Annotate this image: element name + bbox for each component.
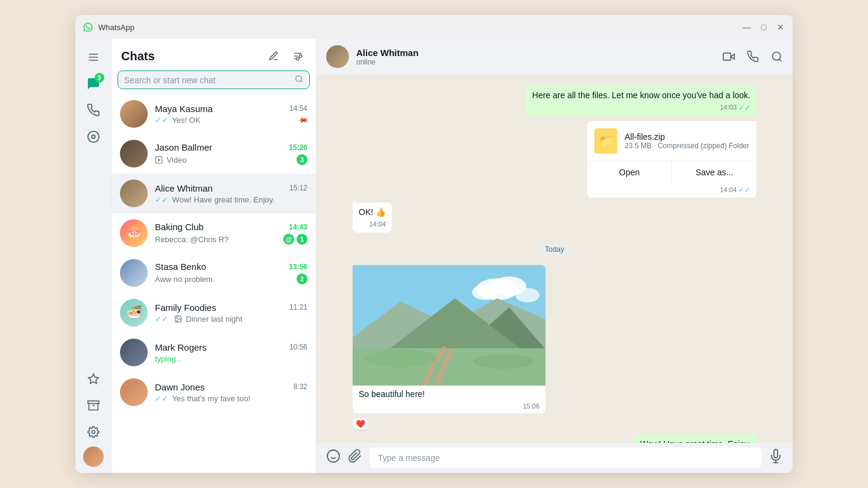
chat-item-mark[interactable]: Mark Rogers 10:56 typing... xyxy=(112,333,316,372)
avatar-stasa xyxy=(120,259,148,287)
chat-time-baking: 14:43 xyxy=(289,223,307,231)
photo-reaction[interactable]: ❤️ xyxy=(353,418,368,430)
filter-menu-button[interactable] xyxy=(289,48,306,64)
chat-info-maya: Maya Kasuma 14:54 ✓✓ Yes! OK 📌 xyxy=(155,104,307,125)
chat-preview-maya: ✓✓ Yes! OK xyxy=(155,116,298,125)
chat-item-baking[interactable]: 🎂 Baking Club 14:43 Rebecca: @Chris R? @… xyxy=(112,213,316,253)
photo-message-container: So beautiful here! 15:06 ❤️ xyxy=(353,265,546,430)
nav-settings-button[interactable] xyxy=(81,420,105,444)
avatar-jason xyxy=(120,140,148,167)
chat-time-family: 11:21 xyxy=(289,303,307,311)
chat-input-bar xyxy=(316,443,793,473)
chat-info-family: Family Foodies 11:21 ✓✓ Dinner last nigh… xyxy=(155,302,307,324)
svg-point-8 xyxy=(92,431,95,434)
video-call-button[interactable] xyxy=(723,51,735,63)
avatar-maya xyxy=(120,100,148,128)
maximize-button[interactable]: □ xyxy=(759,22,769,32)
chat-info-stasa: Stasa Benko 13:56 Aww no problem. 2 xyxy=(155,261,307,284)
file-name: All-files.zip xyxy=(624,132,749,142)
chat-name-row-baking: Baking Club 14:43 xyxy=(155,222,307,232)
app-body: 3 xyxy=(75,39,793,473)
message-input[interactable] xyxy=(370,448,761,468)
messages-area: Here are all the files. Let me know once… xyxy=(316,75,793,443)
attach-button[interactable] xyxy=(348,449,362,467)
chat-name-jason: Jason Ballmer xyxy=(155,142,212,152)
message-row-6: Wow! Have great time. Enjoy. 15:12 ✓✓ xyxy=(353,434,756,443)
nav-menu-button[interactable] xyxy=(81,45,105,69)
search-input[interactable] xyxy=(124,75,290,85)
chat-name-row-jason: Jason Ballmer 15:26 xyxy=(155,142,307,152)
nav-archive-button[interactable] xyxy=(81,393,105,418)
file-save-button[interactable]: Save as... xyxy=(672,161,756,183)
nav-rail: 3 xyxy=(75,39,112,473)
voice-call-button[interactable] xyxy=(747,51,759,63)
nav-profile-avatar[interactable] xyxy=(83,446,104,467)
app-title: WhatsApp xyxy=(98,23,737,32)
chat-name-row-alice: Alice Whitman 15:12 xyxy=(155,183,307,193)
chat-item-maya[interactable]: Maya Kasuma 14:54 ✓✓ Yes! OK 📌 xyxy=(112,94,316,134)
svg-rect-6 xyxy=(87,401,98,404)
chat-preview-jason: Video xyxy=(155,155,297,164)
chat-name-row-stasa: Stasa Benko 13:56 xyxy=(155,261,307,272)
mic-button[interactable] xyxy=(769,449,783,467)
chat-item-alice[interactable]: Alice Whitman 15:12 ✓✓ Wow! Have great t… xyxy=(112,174,316,213)
chat-preview-row-jason: Video 3 xyxy=(155,154,307,165)
file-size: 23.5 MB xyxy=(624,142,652,150)
message-row-3: OK! 👍 14:04 xyxy=(353,202,756,233)
search-bar[interactable] xyxy=(118,70,310,89)
file-actions: Open Save as... xyxy=(587,161,756,183)
emoji-button[interactable] xyxy=(326,449,341,467)
chat-item-jason[interactable]: Jason Ballmer 15:26 Video 3 xyxy=(112,134,316,174)
unread-badge-jason: 3 xyxy=(297,154,307,165)
chat-window: Alice Whitman online xyxy=(316,39,793,473)
chat-info-jason: Jason Ballmer 15:26 Video 3 xyxy=(155,142,307,165)
unread-badge-stasa: 2 xyxy=(297,274,307,284)
message-time-3: 14:04 xyxy=(369,220,386,229)
photo-bubble: So beautiful here! 15:06 xyxy=(353,265,546,413)
file-type: Compressed (zipped) Folder xyxy=(658,142,749,150)
photo-image xyxy=(353,265,546,386)
nav-starred-button[interactable] xyxy=(81,367,105,391)
chat-time-alice: 15:12 xyxy=(289,184,307,192)
svg-point-22 xyxy=(773,52,781,60)
svg-point-14 xyxy=(296,76,301,81)
pin-icon-maya: 📌 xyxy=(297,114,309,127)
search-chat-button[interactable] xyxy=(771,51,783,63)
nav-chats-button[interactable]: 3 xyxy=(81,72,105,96)
message-row-5: So beautiful here! 15:06 ❤️ xyxy=(353,265,756,430)
minimize-button[interactable]: — xyxy=(742,22,752,32)
file-ticks: ✓✓ xyxy=(738,186,750,194)
file-open-button[interactable]: Open xyxy=(587,161,672,183)
message-bubble-1: Here are all the files. Let me know once… xyxy=(526,86,756,116)
chat-header: Alice Whitman online xyxy=(316,39,793,75)
svg-marker-20 xyxy=(731,54,734,59)
avatar-alice xyxy=(120,180,148,207)
file-bubble: 📁 All-files.zip 23.5 MB · Compressed (zi… xyxy=(587,121,756,198)
window-controls: — □ ✕ xyxy=(742,22,785,32)
chat-item-family[interactable]: 🍜 Family Foodies 11:21 ✓✓ Dinner last ni… xyxy=(112,293,316,333)
chat-time-jason: 15:26 xyxy=(289,143,307,152)
new-chat-button[interactable] xyxy=(265,48,282,64)
chat-preview-row-dawn: ✓✓ Yes that's my fave too! xyxy=(155,394,307,403)
chat-time-stasa: 13:56 xyxy=(289,263,307,271)
avatar-family: 🍜 xyxy=(120,299,148,327)
chat-item-dawn[interactable]: Dawn Jones 8:32 ✓✓ Yes that's my fave to… xyxy=(112,372,316,412)
chat-info-alice: Alice Whitman 15:12 ✓✓ Wow! Have great t… xyxy=(155,183,307,204)
svg-point-4 xyxy=(92,135,95,139)
message-text-6: Wow! Have great time. Enjoy. xyxy=(640,439,750,443)
chat-header-avatar[interactable] xyxy=(326,45,349,68)
file-time: 14:04 xyxy=(720,186,737,193)
chat-preview-row-mark: typing... xyxy=(155,354,307,363)
avatar-dawn xyxy=(120,378,148,406)
chat-item-stasa[interactable]: Stasa Benko 13:56 Aww no problem. 2 xyxy=(112,253,316,293)
chat-time-maya: 14:54 xyxy=(289,104,307,113)
nav-calls-button[interactable] xyxy=(81,98,105,122)
chat-info-dawn: Dawn Jones 8:32 ✓✓ Yes that's my fave to… xyxy=(155,382,307,403)
svg-point-19 xyxy=(176,317,177,318)
nav-status-button[interactable] xyxy=(81,125,105,149)
avatar-mark xyxy=(120,339,148,366)
chat-list-header: Chats xyxy=(112,39,316,70)
close-button[interactable]: ✕ xyxy=(776,22,785,32)
chat-preview-row-maya: ✓✓ Yes! OK 📌 xyxy=(155,116,307,125)
chat-preview-alice: ✓✓ Wow! Have great time. Enjoy. xyxy=(155,195,307,204)
